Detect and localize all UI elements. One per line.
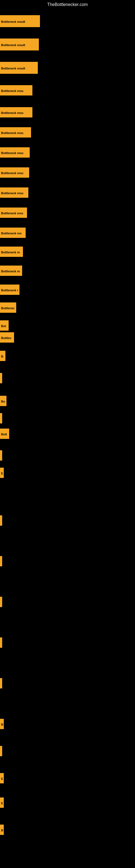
bottleneck-bar — [0, 373, 2, 383]
bottleneck-bar: Bottleneck ress — [0, 208, 27, 218]
bottleneck-bar: Bottleneck resu — [0, 147, 30, 158]
bottleneck-bar — [0, 516, 2, 526]
bottleneck-bar — [0, 413, 2, 424]
bottleneck-bar: Bot — [0, 320, 9, 331]
bottleneck-bar: Bottleneck resu — [0, 187, 28, 198]
bottleneck-bar: Bottleneck result — [0, 62, 38, 74]
bottleneck-bar — [0, 556, 2, 566]
bottleneck-bar — [0, 450, 2, 461]
bottleneck-bar: E — [0, 773, 4, 783]
bottleneck-bar: E — [0, 468, 4, 478]
bottleneck-bar: B — [0, 351, 5, 361]
site-title: TheBottlenecker.com — [0, 0, 135, 9]
bottleneck-bar — [0, 746, 2, 756]
bottleneck-bar: Bottleneck res — [0, 227, 26, 238]
bottleneck-bar: Bottleneck re — [0, 247, 23, 257]
bottleneck-bar: Bottleneck result — [0, 38, 39, 51]
bottleneck-bar: Bottleneck re — [0, 266, 22, 276]
bottleneck-bar: Bottlen — [0, 332, 14, 343]
bottleneck-bar — [0, 638, 2, 648]
bottleneck-bar: Bott — [0, 429, 9, 439]
bottleneck-bar: B — [0, 719, 4, 729]
bottleneck-bar: Bottlenec — [0, 303, 16, 313]
bottleneck-bar — [0, 678, 2, 688]
bottleneck-bar: Bottleneck resu — [0, 167, 29, 178]
bottleneck-bar: B — [0, 825, 4, 835]
bottleneck-bar: Bottleneck r — [0, 284, 19, 295]
bottleneck-bar: Bottleneck result — [0, 15, 40, 27]
bottleneck-bar: Bottleneck resu — [0, 85, 32, 95]
bottleneck-bar — [0, 597, 2, 607]
bottleneck-bar: E — [0, 798, 4, 808]
bottleneck-bar: Bo — [0, 396, 6, 406]
bottleneck-bar: Bottleneck resu — [0, 107, 32, 118]
bottleneck-bar: Bottleneck resu — [0, 127, 31, 137]
